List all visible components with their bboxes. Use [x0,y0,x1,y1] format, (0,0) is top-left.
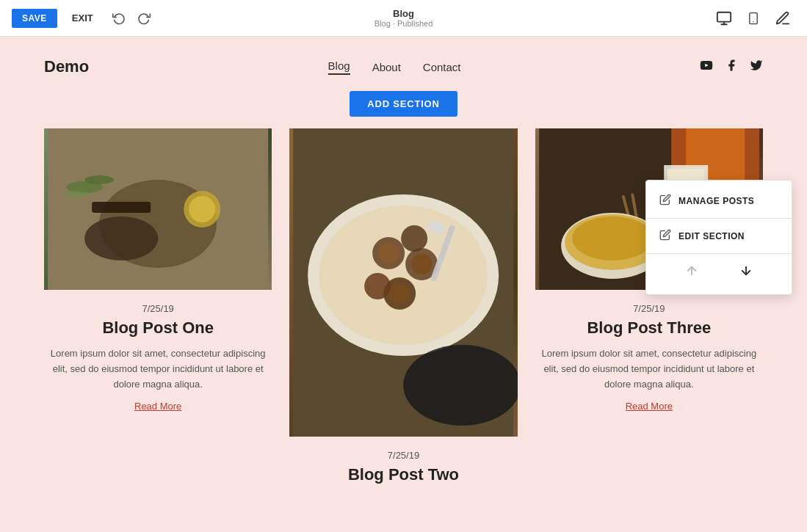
food-svg-1 [44,128,272,290]
blog-post-1-date: 7/25/19 [142,303,173,314]
blog-post-2-image [289,128,517,437]
blog-post-2-date: 7/25/19 [388,450,419,461]
svg-point-23 [389,283,410,304]
blog-post-1-excerpt: Lorem ipsum dolor sit amet, consectetur … [44,346,272,392]
design-button[interactable] [770,7,795,29]
blog-post-2: 7/25/19 Blog Post Two [289,128,517,493]
redo-button[interactable] [133,9,155,28]
move-up-button[interactable] [679,263,704,283]
blog-post-1-image [44,128,272,290]
toolbar-left: SAVE EXIT [12,9,155,28]
undo-button[interactable] [108,9,130,28]
undo-redo-group [108,9,155,28]
svg-point-14 [64,191,90,198]
add-section-row: ADD SECTION [0,91,807,117]
toolbar: SAVE EXIT Blog Blog · Published [0,0,807,37]
blog-post-1: 7/25/19 Blog Post One Lorem ipsum dolor … [44,128,272,493]
edit-section-icon [659,229,671,243]
blog-post-3-date: 7/25/19 [633,303,665,314]
svg-point-11 [189,196,215,222]
menu-arrows-group [646,257,792,288]
svg-point-21 [411,254,432,274]
site-nav-links: Blog About Contact [328,59,461,75]
blog-post-1-title: Blog Post One [102,318,214,338]
site-nav: Demo Blog About Contact [0,37,807,91]
blog-post-3-title: Blog Post Three [587,318,711,338]
toolbar-right [712,7,795,29]
svg-point-17 [319,205,488,345]
save-button[interactable]: SAVE [12,9,57,28]
desktop-view-button[interactable] [712,7,737,29]
nav-link-about[interactable]: About [372,61,401,73]
context-menu: MANAGE POSTS EDIT SECTION [645,180,792,295]
svg-rect-0 [717,12,731,21]
mobile-icon [747,10,760,26]
youtube-icon[interactable] [700,59,713,75]
manage-posts-label: MANAGE POSTS [678,196,754,206]
add-section-button[interactable]: ADD SECTION [350,91,457,117]
redo-icon [137,12,151,25]
svg-point-24 [364,273,391,299]
exit-button[interactable]: EXIT [66,10,99,26]
manage-posts-icon [659,194,671,208]
mobile-view-button[interactable] [742,7,764,29]
blog-post-2-title: Blog Post Two [348,465,459,484]
manage-posts-button[interactable]: MANAGE POSTS [646,186,792,215]
food-svg-2 [289,128,517,437]
blog-post-3-read-more[interactable]: Read More [626,401,673,412]
site-social [700,59,763,75]
facebook-icon[interactable] [725,59,738,75]
svg-point-8 [84,216,158,260]
menu-divider-2 [646,253,792,254]
menu-divider-1 [646,218,792,219]
twitter-icon[interactable] [750,59,763,75]
blog-post-3-excerpt: Lorem ipsum dolor sit amet, consectetur … [535,346,763,392]
preview-area: Demo Blog About Contact ADD SECTION [0,37,807,532]
nav-link-contact[interactable]: Contact [423,61,461,73]
desktop-icon [716,10,732,26]
edit-section-button[interactable]: EDIT SECTION [646,222,792,250]
nav-link-blog[interactable]: Blog [328,59,350,75]
blog-title: Blog [374,8,433,19]
svg-point-38 [572,216,653,260]
blog-post-1-read-more[interactable]: Read More [134,401,181,412]
site-logo: Demo [44,57,89,76]
svg-point-28 [403,345,517,426]
svg-point-25 [401,225,427,252]
undo-icon [112,12,126,25]
food-image-2 [289,128,517,437]
svg-point-19 [378,243,399,263]
food-image-1 [44,128,272,290]
svg-rect-9 [92,202,151,213]
svg-point-13 [84,175,114,184]
move-down-button[interactable] [734,263,759,283]
design-icon [775,10,791,26]
toolbar-center: Blog Blog · Published [374,8,433,28]
blog-subtitle: Blog · Published [374,19,433,28]
edit-section-label: EDIT SECTION [678,231,745,241]
